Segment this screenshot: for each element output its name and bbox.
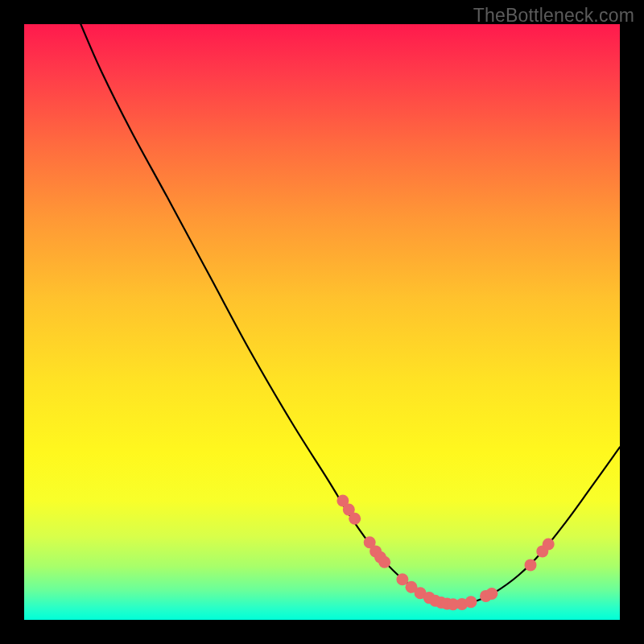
curve-marker: [349, 513, 361, 525]
curve-marker: [543, 539, 555, 551]
chart-plot: [24, 24, 620, 620]
curve-marker: [378, 556, 390, 568]
curve-marker: [465, 596, 477, 608]
curve-markers: [336, 495, 554, 611]
curve-marker: [525, 559, 537, 571]
chart-gradient-frame: [24, 24, 620, 620]
curve-marker: [485, 588, 497, 600]
watermark-text: TheBottleneck.com: [473, 5, 634, 27]
